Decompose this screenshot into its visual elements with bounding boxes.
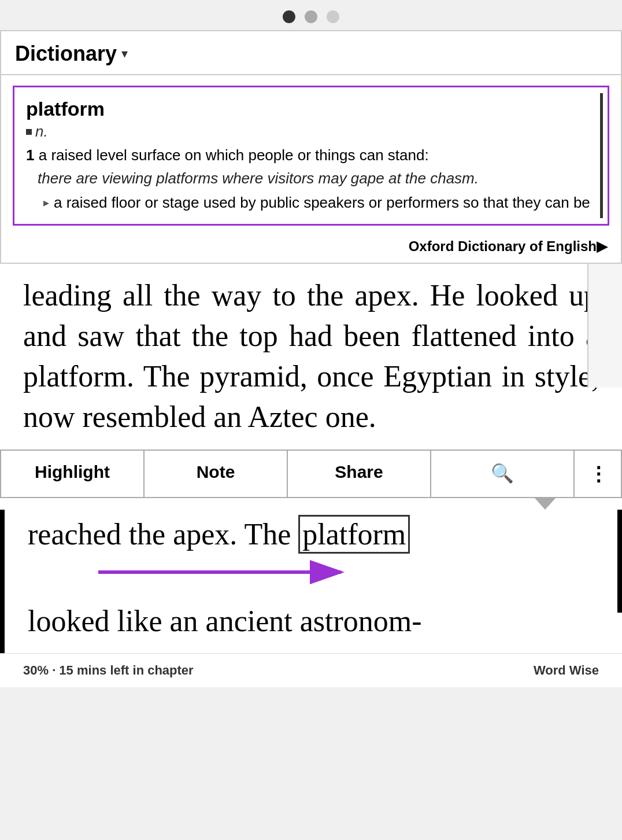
highlighted-word: platform — [298, 515, 410, 554]
toolbar-tooltip-triangle — [535, 498, 556, 510]
def-sub-text: a raised floor or stage used by public s… — [54, 192, 590, 213]
def-pos: n. — [26, 123, 598, 141]
oxford-attribution[interactable]: Oxford Dictionary of English▶ — [1, 233, 621, 263]
more-icon: ⋮ — [588, 463, 608, 485]
book-text-main: leading all the way to the apex. He look… — [0, 264, 622, 438]
note-button[interactable]: Note — [145, 451, 288, 497]
def-scrollbar — [600, 93, 603, 218]
left-bar-indicator — [0, 510, 5, 653]
dictionary-title: Dictionary — [15, 42, 117, 66]
pos-text: n. — [35, 123, 48, 141]
dictionary-header: Dictionary ▾ — [1, 31, 621, 75]
pos-bullet-icon — [26, 129, 32, 135]
dot-1[interactable] — [283, 10, 295, 23]
def-number-label: 1 — [26, 146, 34, 164]
def-word: platform — [26, 98, 598, 120]
dot-3[interactable] — [327, 10, 339, 23]
reader-area: W Dictionary ▾ platform n. 1 a raised le… — [0, 30, 622, 687]
def-text-1: a raised level surface on which people o… — [39, 146, 429, 164]
highlight-button[interactable]: Highlight — [1, 451, 145, 497]
bottom-text-1: reached the apex. The — [28, 518, 291, 551]
bottom-text-inner: reached the apex. The platform looked li… — [0, 510, 622, 653]
dot-2[interactable] — [305, 10, 317, 23]
definition-card: platform n. 1 a raised level surface on … — [13, 86, 609, 226]
more-button[interactable]: ⋮ — [575, 451, 621, 497]
purple-arrow — [92, 549, 382, 595]
dictionary-popup: Dictionary ▾ platform n. 1 a raised leve… — [0, 30, 622, 264]
dictionary-chevron-icon[interactable]: ▾ — [121, 46, 128, 61]
page-indicator — [0, 0, 622, 30]
toolbar: Highlight Note Share 🔍 ⋮ — [0, 450, 622, 498]
status-progress: 30% · 15 mins left in chapter — [23, 663, 194, 678]
def-sub-1: ▸ a raised floor or stage used by public… — [43, 192, 598, 213]
bottom-text-2: looked like an ancient astronom- — [28, 605, 422, 638]
bottom-text-area: reached the apex. The platform looked li… — [0, 510, 622, 653]
book-text-content: leading all the way to the apex. He look… — [23, 279, 599, 434]
def-example-1: there are viewing platforms where visito… — [38, 168, 598, 189]
oxford-attr-text: Oxford Dictionary of English — [409, 238, 597, 254]
oxford-attr-arrow: ▶ — [597, 238, 607, 254]
status-word-wise: Word Wise — [534, 663, 599, 678]
search-icon: 🔍 — [491, 463, 514, 484]
def-number-1: 1 a raised level surface on which people… — [26, 146, 598, 164]
search-button[interactable]: 🔍 — [431, 451, 575, 497]
def-sub-bullet-icon: ▸ — [43, 194, 49, 211]
share-button[interactable]: Share — [288, 451, 431, 497]
status-bar: 30% · 15 mins left in chapter Word Wise — [0, 653, 622, 687]
